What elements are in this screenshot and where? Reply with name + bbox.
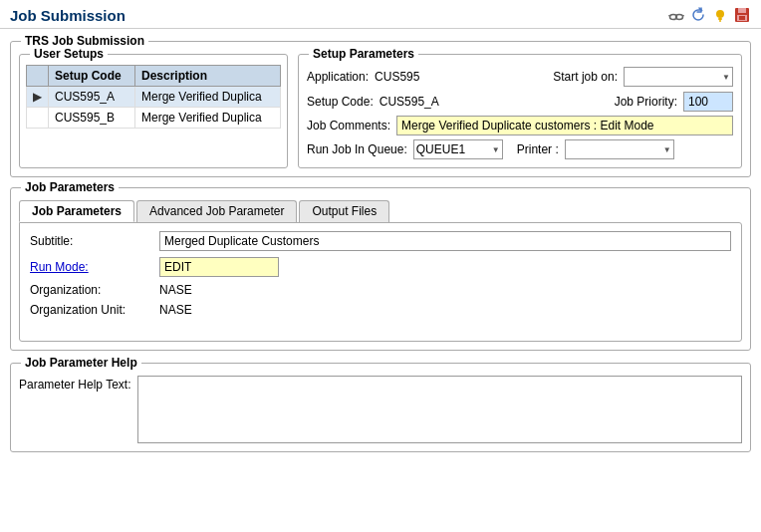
application-label: Application:	[307, 70, 369, 84]
application-value: CUS595	[375, 70, 419, 84]
job-params-section-label: Job Parameters	[21, 180, 119, 194]
job-parameter-help-section: Job Parameter Help Parameter Help Text:	[10, 363, 751, 452]
table-row[interactable]: CUS595_B Merge Verified Duplica	[27, 108, 281, 129]
run-job-select-wrapper[interactable]: QUEUE1	[413, 139, 503, 159]
row-arrow: ▶	[27, 87, 49, 108]
subtitle-row: Subtitle:	[30, 231, 731, 251]
lightbulb-icon[interactable]	[711, 6, 729, 24]
job-comments-label: Job Comments:	[307, 119, 390, 133]
setup-code-label: Setup Code:	[307, 95, 374, 109]
save-icon[interactable]	[733, 6, 751, 24]
job-priority-label: Job Priority:	[615, 95, 677, 109]
col-arrow	[27, 66, 49, 87]
run-mode-input[interactable]	[159, 257, 279, 277]
main-content: TRS Job Submission User Setups Setup Cod…	[0, 29, 761, 460]
description-cell: Merge Verified Duplica	[134, 87, 280, 108]
table-row[interactable]: ▶ CUS595_A Merge Verified Duplica	[27, 87, 281, 108]
svg-point-5	[716, 10, 724, 18]
setup-code-cell: CUS595_B	[49, 108, 135, 129]
setup-params-label: Setup Parameters	[309, 47, 418, 61]
tab-content-job-parameters: Subtitle: Run Mode: Organization: NASE O…	[19, 222, 742, 342]
help-inner: Parameter Help Text:	[19, 376, 742, 443]
svg-rect-11	[739, 16, 745, 20]
start-job-select[interactable]	[624, 67, 733, 87]
run-job-label: Run Job In Queue:	[307, 142, 407, 156]
tab-advanced-job-parameter[interactable]: Advanced Job Parameter	[136, 200, 297, 222]
organization-value: NASE	[159, 283, 192, 297]
svg-rect-6	[718, 18, 722, 20]
printer-select-wrapper[interactable]	[565, 139, 674, 159]
tab-bar: Job Parameters Advanced Job Parameter Ou…	[19, 200, 742, 222]
glasses-icon[interactable]	[667, 6, 685, 24]
setup-table: Setup Code Description ▶ CUS595_A Merge …	[26, 65, 281, 129]
tab-output-files[interactable]: Output Files	[299, 200, 389, 222]
run-mode-label[interactable]: Run Mode:	[30, 260, 159, 274]
row-arrow	[27, 108, 49, 129]
run-job-row: Run Job In Queue: QUEUE1 Printer :	[307, 139, 733, 159]
trs-job-submission-section: TRS Job Submission User Setups Setup Cod…	[10, 41, 751, 177]
organization-unit-row: Organization Unit: NASE	[30, 303, 731, 317]
col-description: Description	[134, 66, 280, 87]
svg-rect-9	[738, 8, 746, 13]
subtitle-input[interactable]	[159, 231, 731, 251]
organization-unit-value: NASE	[159, 303, 192, 317]
start-job-select-wrapper[interactable]	[624, 67, 733, 87]
run-job-select[interactable]: QUEUE1	[413, 139, 503, 159]
printer-label: Printer :	[517, 142, 559, 156]
refresh-icon[interactable]	[689, 6, 707, 24]
param-help-label: Parameter Help Text:	[19, 376, 131, 392]
job-comments-input[interactable]	[396, 116, 733, 135]
tab-job-parameters[interactable]: Job Parameters	[19, 200, 134, 222]
organization-unit-label: Organization Unit:	[30, 303, 159, 317]
printer-select[interactable]	[565, 139, 674, 159]
job-comments-row: Job Comments:	[307, 116, 733, 135]
start-job-label: Start job on:	[553, 70, 618, 84]
run-mode-row: Run Mode:	[30, 257, 731, 277]
organization-label: Organization:	[30, 283, 159, 297]
trs-inner: User Setups Setup Code Description ▶ CUS…	[19, 54, 742, 168]
job-parameters-section: Job Parameters Job Parameters Advanced J…	[10, 187, 751, 351]
job-priority-input[interactable]	[683, 92, 733, 112]
user-setups-panel: User Setups Setup Code Description ▶ CUS…	[19, 54, 288, 168]
setup-params-panel: Setup Parameters Application: CUS595 Sta…	[298, 54, 742, 168]
col-setup-code: Setup Code	[49, 66, 135, 87]
setup-table-header: Setup Code Description	[27, 66, 281, 87]
organization-row: Organization: NASE	[30, 283, 731, 297]
help-section-label: Job Parameter Help	[21, 356, 141, 370]
setup-code-value: CUS595_A	[380, 95, 439, 109]
subtitle-label: Subtitle:	[30, 234, 159, 248]
trs-section-label: TRS Job Submission	[21, 34, 148, 48]
setup-code-cell: CUS595_A	[49, 87, 135, 108]
user-setups-label: User Setups	[30, 47, 108, 61]
param-help-textarea[interactable]	[137, 376, 743, 443]
page-header: Job Submission	[0, 0, 761, 29]
header-icons	[667, 6, 751, 24]
description-cell: Merge Verified Duplica	[134, 108, 280, 129]
page-title: Job Submission	[10, 7, 126, 24]
